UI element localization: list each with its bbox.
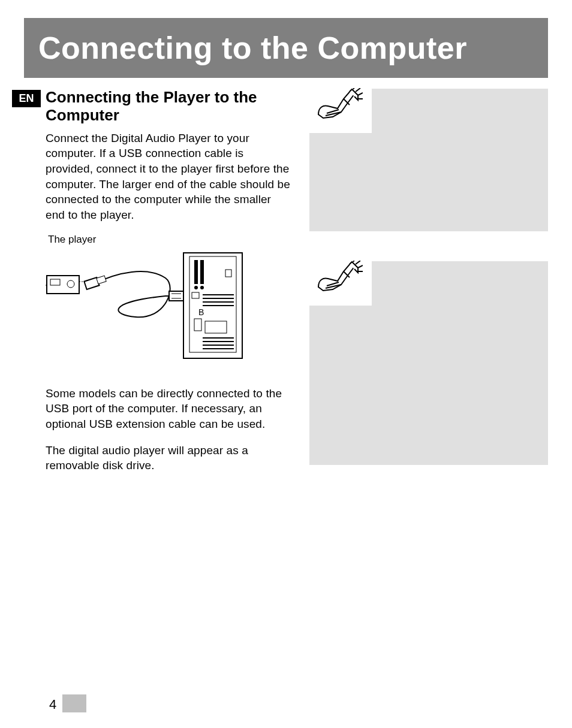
page-tab-marker (62, 694, 86, 712)
language-code: EN (19, 92, 34, 104)
language-badge: EN (12, 90, 41, 107)
right-column (303, 89, 548, 495)
svg-point-4 (194, 286, 198, 289)
svg-rect-3 (200, 260, 204, 284)
page-title-text: Connecting to the Computer (38, 31, 467, 65)
language-column: EN (12, 89, 46, 495)
computer-tower-icon: B (183, 253, 242, 358)
note-hand-pencil-icon (315, 88, 363, 126)
svg-line-40 (358, 265, 363, 268)
note-icon-wrap-2 (306, 254, 372, 306)
manual-page: Connecting to the Computer EN Connecting… (0, 0, 572, 728)
svg-line-35 (353, 88, 356, 89)
note-icon-wrap-1 (306, 81, 372, 133)
svg-rect-7 (192, 292, 199, 298)
svg-rect-25 (50, 279, 60, 285)
svg-rect-19 (169, 291, 183, 301)
connection-diagram-svg: B (46, 248, 249, 362)
svg-line-33 (358, 93, 363, 95)
svg-point-26 (67, 280, 74, 288)
player-device-icon (46, 276, 85, 294)
content-columns: Connecting the Player to the Computer Co… (46, 89, 548, 495)
svg-rect-18 (205, 321, 227, 333)
svg-rect-23 (97, 276, 106, 284)
svg-text:B: B (198, 307, 204, 317)
page-footer: 4 (49, 694, 86, 712)
svg-rect-13 (194, 319, 201, 331)
paragraph-direct-connect: Some models can be directly connected to… (46, 386, 291, 432)
page-number: 4 (49, 697, 56, 712)
svg-point-5 (200, 286, 204, 289)
connection-diagram: B (46, 248, 249, 362)
section-heading: Connecting the Player to the Computer (46, 89, 291, 125)
page-title-banner: Connecting to the Computer (24, 18, 548, 78)
left-column: Connecting the Player to the Computer Co… (46, 89, 303, 495)
svg-line-42 (353, 261, 356, 262)
note-box-2 (309, 261, 548, 465)
paragraph-intro: Connect the Digital Audio Player to your… (46, 131, 291, 223)
usb-cable-icon (84, 271, 183, 317)
figure-caption: The player (48, 234, 291, 246)
svg-rect-6 (225, 270, 231, 277)
svg-line-32 (356, 88, 360, 92)
note-hand-pencil-icon (315, 261, 363, 299)
svg-rect-2 (194, 260, 198, 284)
svg-line-39 (356, 261, 360, 264)
paragraph-removable-disk: The digital audio player will appear as … (46, 443, 291, 473)
note-box-1 (309, 89, 548, 231)
body-area: EN Connecting the Player to the Computer… (12, 89, 548, 495)
